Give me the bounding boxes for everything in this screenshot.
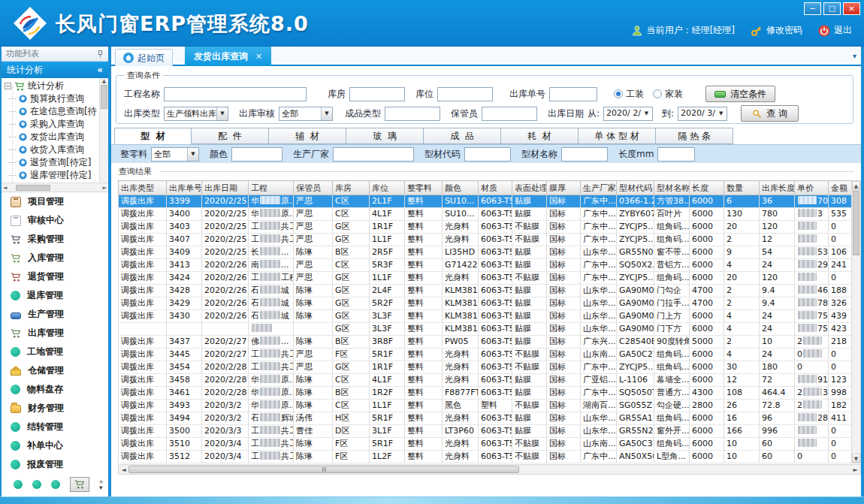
sidebar-item-仓储管理[interactable]: 仓储管理 [2,361,108,380]
table-row[interactable]: 调拨出库34942020/3/2石辉城汤伟H区5R1F整料光身料6063-T5贴… [119,412,852,425]
column-header-库房[interactable]: 库房 [333,181,370,195]
sidebar-item-退库管理[interactable]: 退库管理 [2,286,108,305]
table-row[interactable]: 调拨出库33992020/2/25华原...严思C区2L1F整料SU10...6… [119,195,852,208]
sidebar-item-补单中心[interactable]: 补单中心 [2,436,108,455]
sidebar-item-工地管理[interactable]: 工地管理 [2,343,108,361]
table-row[interactable]: G区3L3F整料KLM38176063-T5贴膜国标山东华...GA90M09.… [119,323,852,336]
sidebar-item-项目管理[interactable]: 项目管理 [2,192,108,211]
column-header-长度[interactable]: 长度 [690,181,724,195]
table-row[interactable]: 调拨出库34302020/2/26石城陈琳G区3L3F整料KLM38176063… [119,310,852,323]
more-panels-button[interactable]: »▾ [99,478,104,490]
tree-root-statistics[interactable]: − 统计分析 [2,80,99,92]
pin-icon[interactable] [97,50,104,58]
column-header-出库日期[interactable]: 出库日期 [202,181,249,195]
horizontal-scrollbar[interactable]: ◄ ► [118,464,861,475]
scroll-up-icon[interactable]: ▲ [852,181,860,190]
logout-button[interactable]: 退出 [818,24,852,37]
whole-piece-select[interactable]: 全部▼ [151,147,199,161]
table-row[interactable]: 调拨出库34582020/2/28华原...陈琳C区4L1F整料光身料6063-… [119,374,852,387]
jiazhuang-radio-label[interactable]: 家装 [665,88,683,101]
project-name-input[interactable] [164,87,307,101]
material-tab-型材[interactable]: 型 材 [114,128,192,145]
tree-item[interactable]: 发货出库查询 [2,131,99,143]
keeper-input[interactable] [482,107,537,121]
table-row[interactable]: 调拨出库34932020/3/2华原...陈琳C区1L1F整料黑色塑料不贴膜国标… [119,400,852,412]
column-header-数量[interactable]: 数量 [724,181,760,195]
date-to-select[interactable]: 2020/ 3/16▼ [678,107,727,121]
sidebar-item-物料盘存[interactable]: 物料盘存 [2,380,108,399]
clear-conditions-button[interactable]: 清空条件 [705,86,775,102]
table-row[interactable]: 调拨出库34242020/2/26工工程严思G区1L1F整料光身料6063-T5… [119,272,852,285]
table-row[interactable]: 调拨出库34292020/2/26石城陈琳G区5R2F整料KLM38176063… [119,297,852,310]
sidebar-item-入库管理[interactable]: 入库管理 [2,249,108,267]
tree-vertical-scrollbar[interactable]: ▲ [99,78,108,183]
cart-panel-button[interactable] [70,477,89,492]
location-input[interactable] [437,87,493,101]
manufacturer-input[interactable] [333,147,414,161]
table-row[interactable]: 调拨出库34002020/2/25华原...严思C区4L1F整料SU10...6… [119,208,852,221]
column-header-金额[interactable]: 金额 [829,181,852,195]
sidebar-item-报废管理[interactable]: 报废管理 [2,455,108,474]
vertical-scrollbar[interactable]: ▲ ▼ [851,180,861,463]
scrollbar-thumb[interactable] [853,191,859,255]
table-row[interactable]: 调拨出库34282020/2/26石城陈琳G区2L4F整料KLM38176063… [119,285,852,297]
close-tab-icon[interactable]: ✕ [255,52,262,62]
scroll-left-icon[interactable]: ◄ [119,466,128,473]
column-header-整零料[interactable]: 整零料 [405,181,443,195]
column-header-生产厂家[interactable]: 生产厂家 [581,181,617,195]
column-header-保管员[interactable]: 保管员 [294,181,333,195]
sidebar-item-生产管理[interactable]: 生产管理 [2,305,108,324]
profile-name-input[interactable] [561,147,608,161]
table-row[interactable]: 调拨出库34372020/2/27佛...陈琳B区3R8F整料PW056063-… [119,336,852,349]
column-header-材质[interactable]: 材质 [479,181,512,195]
column-header-出库类型[interactable]: 出库类型 [119,181,167,195]
column-header-型材代码[interactable]: 型材代码 [617,181,654,195]
material-tab-成品[interactable]: 成 品 [424,128,501,144]
table-row[interactable]: 调拨出库35002020/3/3工共工程曹佳D区3L1F整料LT3P606063… [119,425,852,438]
table-row[interactable]: 调拨出库34542020/2/28工共工程严思G区1R1F整料光身料6063-T… [119,361,852,374]
column-header-颜色[interactable]: 颜色 [443,181,479,195]
column-header-出库单号[interactable]: 出库单号 [167,181,202,195]
table-row[interactable]: 调拨出库34032020/2/25工共工程严思G区1R1F整料光身料6063-T… [119,221,852,234]
jiazhuang-radio[interactable] [653,89,662,98]
column-header-型材名称[interactable]: 型材名称 [654,181,690,195]
product-type-input[interactable] [385,107,440,121]
length-input[interactable] [657,147,695,161]
order-no-input[interactable] [549,87,597,101]
tree-item[interactable]: 采购入库查询 [2,118,99,131]
sidebar-item-退货管理[interactable]: 退货管理 [2,267,108,286]
tree-item[interactable]: 在途信息查询[待 [2,105,99,118]
sidebar-item-财务管理[interactable]: 财务管理 [2,399,108,418]
outbound-audit-select[interactable]: 全部▼ [279,107,333,121]
scroll-down-icon[interactable]: ▼ [852,454,860,463]
scroll-right-icon[interactable]: ► [850,466,860,473]
column-header-膜厚[interactable]: 膜厚 [547,181,581,195]
tab-home[interactable]: 起始页 [115,49,173,66]
scrollbar-thumb[interactable] [128,466,519,473]
dot-icon[interactable] [14,480,23,489]
change-password-button[interactable]: 修改密码 [751,24,802,37]
tree-expand-icon[interactable]: − [5,83,11,89]
profile-code-input[interactable] [464,147,511,161]
material-tab-辅材[interactable]: 辅 材 [269,128,346,144]
dot-icon[interactable] [51,480,60,489]
tree-item[interactable]: 退库管理[待定] [2,169,99,182]
column-header-单价[interactable]: 单价 [795,181,829,195]
column-header-表面处理[interactable]: 表面处理 [512,181,547,195]
search-button[interactable]: 查 询 [741,105,799,122]
sidebar-item-结转管理[interactable]: 结转管理 [2,418,108,436]
sidebar-item-审核中心[interactable]: 审核中心 [2,211,108,230]
minimize-button[interactable]: ─ [804,2,821,15]
column-header-工程[interactable]: 工程 [249,181,294,195]
table-row[interactable]: 调拨出库34072020/2/25工共工程严思G区1L1F整料光身料6063-T… [119,234,852,246]
maximize-button[interactable]: □ [823,2,841,15]
tab-list-caret-icon[interactable]: ▾ [853,52,856,60]
collapse-icon[interactable]: « [97,65,103,75]
table-row[interactable]: 调拨出库34452020/2/27工共工程严思F区5R1F整料光身料6063-T… [119,349,852,361]
close-button[interactable]: ✕ [843,2,860,15]
table-row[interactable]: 调拨出库35122020/3/4工共工程陈琳F区1L2F整料光身料6063-T5… [119,451,852,463]
tree-item[interactable]: 预算执行查询 [2,92,99,105]
column-header-库位[interactable]: 库位 [370,181,405,195]
sidebar-item-采购管理[interactable]: 采购管理 [2,230,108,249]
table-row[interactable]: 调拨出库34132020/2/26南...严思C区5R3F整料G71422606… [119,259,852,272]
